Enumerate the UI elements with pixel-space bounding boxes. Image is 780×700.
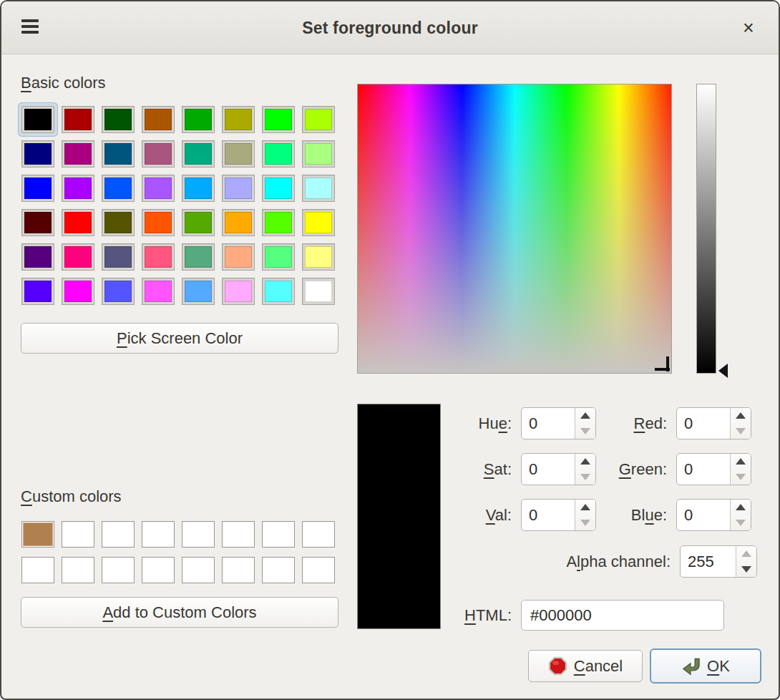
red-value[interactable]: 0 [677, 408, 730, 439]
color-swatch[interactable] [62, 278, 94, 305]
color-swatch[interactable] [142, 175, 175, 202]
blue-spinbox[interactable]: 0 [676, 499, 751, 531]
color-swatch[interactable] [102, 243, 135, 271]
color-swatch[interactable] [222, 243, 255, 271]
color-swatch[interactable] [102, 521, 135, 548]
color-swatch[interactable] [182, 557, 215, 583]
value-luminance-slider[interactable] [696, 84, 716, 374]
alpha-value[interactable]: 255 [681, 546, 736, 577]
color-swatch[interactable] [62, 140, 94, 167]
color-swatch[interactable] [21, 557, 54, 583]
color-swatch[interactable] [262, 243, 295, 271]
color-swatch[interactable] [62, 521, 94, 548]
blue-value[interactable]: 0 [677, 500, 730, 530]
close-icon[interactable]: × [736, 14, 761, 42]
color-swatch[interactable] [182, 243, 215, 271]
return-arrow-icon [681, 656, 701, 676]
alpha-spinbox[interactable]: 255 [680, 545, 757, 578]
color-swatch[interactable] [62, 209, 94, 236]
color-swatch[interactable] [302, 521, 335, 548]
color-swatch[interactable] [262, 521, 295, 548]
color-swatch[interactable] [222, 140, 255, 167]
color-swatch[interactable] [102, 175, 135, 202]
color-swatch[interactable] [62, 557, 94, 583]
blue-label: Blue: [556, 506, 667, 525]
color-swatch[interactable] [182, 106, 215, 133]
spin-down-icon[interactable] [731, 424, 751, 439]
spin-up-icon[interactable] [731, 408, 751, 424]
color-swatch[interactable] [142, 243, 175, 271]
hue-saturation-picker[interactable] [357, 84, 672, 374]
color-swatch[interactable] [142, 140, 175, 167]
green-value[interactable]: 0 [677, 454, 730, 485]
spin-down-icon[interactable] [731, 515, 751, 531]
color-swatch[interactable] [222, 557, 255, 583]
color-swatch[interactable] [262, 175, 295, 202]
color-swatch[interactable] [62, 243, 94, 271]
add-to-custom-colors-button[interactable]: Add to Custom Colors [21, 597, 338, 628]
spin-down-icon[interactable] [736, 562, 756, 578]
pick-screen-color-button[interactable]: Pick Screen Color [21, 323, 338, 354]
color-swatch[interactable] [302, 278, 335, 305]
color-swatch[interactable] [222, 209, 255, 236]
color-swatch[interactable] [21, 521, 54, 548]
color-swatch[interactable] [62, 106, 94, 133]
html-color-input[interactable]: #000000 [521, 600, 724, 631]
color-swatch[interactable] [262, 140, 295, 167]
color-swatch[interactable] [102, 140, 135, 167]
color-swatch[interactable] [21, 175, 54, 202]
red-spinbox[interactable]: 0 [676, 407, 751, 439]
color-swatch[interactable] [102, 278, 135, 305]
color-swatch[interactable] [262, 278, 295, 305]
color-swatch[interactable] [222, 106, 255, 133]
red-label: Red: [556, 414, 667, 433]
color-swatch[interactable] [222, 521, 255, 548]
menu-icon[interactable] [21, 19, 40, 37]
ok-button[interactable]: OK [650, 648, 761, 684]
color-swatch[interactable] [142, 521, 175, 548]
spin-up-icon[interactable] [731, 500, 751, 515]
color-swatch[interactable] [182, 521, 215, 548]
stop-sign-icon [548, 656, 568, 676]
val-label: Val: [401, 506, 512, 525]
color-swatch[interactable] [302, 106, 335, 133]
basic-colors-label: Basic colors [21, 74, 106, 92]
color-swatch[interactable] [182, 278, 215, 305]
color-swatch[interactable] [102, 209, 135, 236]
color-swatch[interactable] [102, 106, 135, 133]
color-swatch[interactable] [262, 209, 295, 236]
color-swatch[interactable] [302, 557, 335, 583]
color-swatch[interactable] [21, 243, 54, 271]
color-swatch[interactable] [21, 209, 54, 236]
color-swatch[interactable] [142, 557, 175, 583]
color-swatch[interactable] [262, 557, 295, 583]
spin-up-icon[interactable] [731, 454, 751, 470]
color-swatch[interactable] [182, 140, 215, 167]
color-swatch[interactable] [62, 175, 94, 202]
cancel-button[interactable]: Cancel [528, 650, 643, 682]
color-swatch[interactable] [302, 175, 335, 202]
color-swatch[interactable] [222, 278, 255, 305]
color-swatch[interactable] [302, 140, 335, 167]
sat-label: Sat: [401, 460, 512, 479]
color-swatch[interactable] [21, 140, 54, 167]
color-swatch[interactable] [182, 175, 215, 202]
color-swatch[interactable] [262, 106, 295, 133]
spin-down-icon[interactable] [731, 470, 751, 485]
dialog-title: Set foreground colour [1, 1, 779, 54]
slider-arrow-icon[interactable] [718, 364, 728, 378]
color-swatch[interactable] [302, 209, 335, 236]
spin-up-icon[interactable] [736, 546, 756, 562]
color-swatch[interactable] [142, 209, 175, 236]
green-spinbox[interactable]: 0 [676, 453, 751, 485]
color-swatch[interactable] [142, 106, 175, 133]
color-swatch[interactable] [21, 278, 54, 305]
green-label: Green: [556, 460, 667, 479]
alpha-label: Alpha channel: [442, 553, 671, 571]
color-swatch[interactable] [142, 278, 175, 305]
color-swatch[interactable] [102, 557, 135, 583]
color-swatch[interactable] [222, 175, 255, 202]
color-swatch[interactable] [182, 209, 215, 236]
color-swatch[interactable] [21, 106, 54, 133]
color-swatch[interactable] [302, 243, 335, 271]
